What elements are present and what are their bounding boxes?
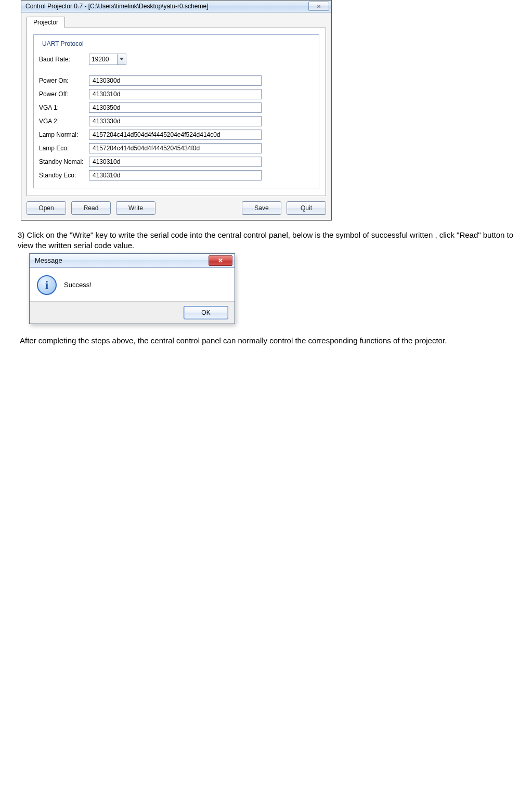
message-dialog: Message ✕ i Success! OK (29, 253, 235, 324)
titlebar[interactable]: Control Projector 0.7 - [C:\Users\timeli… (21, 1, 331, 12)
closing-text: After completing the steps above, the ce… (20, 336, 519, 346)
lamp-normal-input[interactable] (89, 130, 262, 140)
write-button[interactable]: Write (116, 201, 155, 215)
field-label: VGA 2: (39, 118, 89, 125)
field-row: VGA 2: (39, 116, 314, 126)
group-title: UART Protocol (40, 40, 86, 47)
power-off-input[interactable] (89, 89, 262, 99)
message-body: i Success! (30, 268, 235, 301)
field-row: Lamp Normal: (39, 130, 314, 140)
close-icon[interactable]: ✕ (209, 255, 232, 266)
step-3-text: 3) Click on the "Write" key to write the… (18, 230, 530, 251)
client-area: Projector UART Protocol Baud Rate: 19200 (21, 12, 331, 220)
field-label: Standby Eco: (39, 172, 89, 179)
field-label: Standby Nomal: (39, 158, 89, 165)
read-button[interactable]: Read (71, 201, 111, 215)
message-titlebar[interactable]: Message ✕ (30, 254, 235, 268)
baud-value: 19200 (92, 56, 109, 63)
message-text: Success! (64, 281, 92, 289)
button-bar: Open Read Write Save Quit (27, 201, 326, 215)
baud-row: Baud Rate: 19200 (39, 54, 314, 65)
field-row: Power On: (39, 75, 314, 86)
lamp-eco-input[interactable] (89, 143, 262, 153)
vga2-input[interactable] (89, 116, 262, 126)
field-row: Lamp Eco: (39, 143, 314, 153)
window-title: Control Projector 0.7 - [C:\Users\timeli… (25, 3, 307, 10)
baud-select[interactable]: 19200 (89, 54, 126, 65)
standby-normal-input[interactable] (89, 157, 262, 167)
close-icon[interactable]: ✕ (308, 2, 329, 11)
info-icon: i (37, 275, 57, 295)
standby-eco-input[interactable] (89, 170, 262, 181)
power-on-input[interactable] (89, 75, 262, 86)
message-title: Message (35, 256, 209, 264)
baud-label: Baud Rate: (39, 56, 89, 63)
uart-groupbox: UART Protocol Baud Rate: 19200 Power On: (33, 34, 319, 188)
chevron-down-icon (117, 54, 126, 65)
field-row: Standby Eco: (39, 170, 314, 181)
field-label: Power Off: (39, 91, 89, 98)
field-row: Standby Nomal: (39, 157, 314, 167)
projector-config-window: Control Projector 0.7 - [C:\Users\timeli… (21, 0, 332, 221)
tab-page: UART Protocol Baud Rate: 19200 Power On: (27, 28, 326, 196)
field-label: Power On: (39, 77, 89, 84)
ok-button[interactable]: OK (184, 306, 228, 319)
open-button[interactable]: Open (27, 201, 66, 215)
field-label: VGA 1: (39, 104, 89, 111)
tab-projector[interactable]: Projector (27, 17, 65, 28)
quit-button[interactable]: Quit (287, 201, 326, 215)
message-footer: OK (30, 301, 235, 324)
field-label: Lamp Eco: (39, 145, 89, 152)
tabstrip: Projector (27, 17, 326, 28)
field-row: Power Off: (39, 89, 314, 99)
field-row: VGA 1: (39, 102, 314, 113)
field-label: Lamp Normal: (39, 131, 89, 138)
vga1-input[interactable] (89, 102, 262, 113)
save-button[interactable]: Save (242, 201, 281, 215)
